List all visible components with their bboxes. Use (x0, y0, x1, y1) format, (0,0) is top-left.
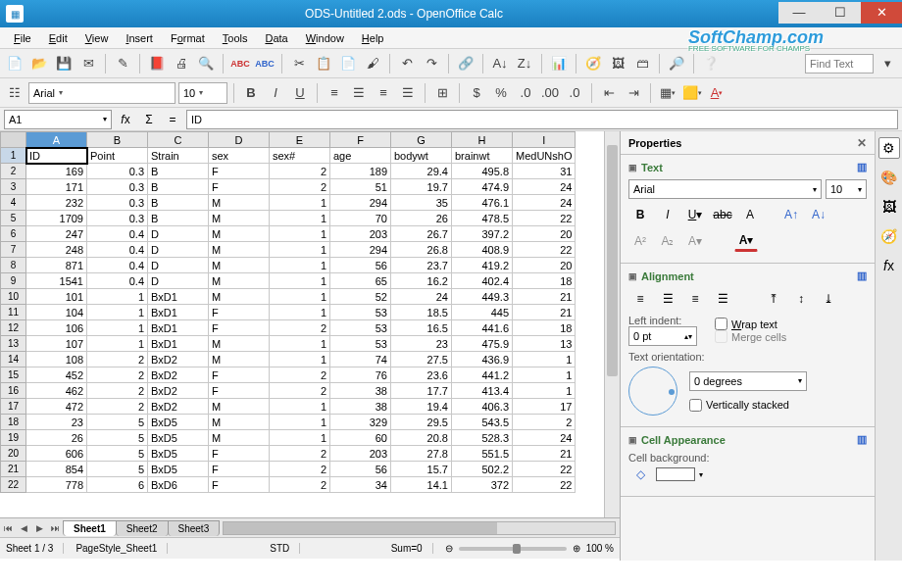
cell-bg-dropdown[interactable]: ▾ (699, 470, 703, 479)
cell[interactable]: 16.5 (391, 320, 452, 336)
cell[interactable]: 106 (26, 320, 87, 336)
strip-properties-icon[interactable]: ⚙ (878, 137, 900, 159)
menu-insert[interactable]: Insert (118, 30, 161, 46)
row-header-6[interactable]: 6 (1, 226, 26, 242)
cell[interactable]: 402.4 (452, 273, 513, 289)
cell[interactable]: 1 (270, 336, 330, 352)
cell[interactable]: 1 (87, 305, 148, 320)
cell[interactable]: M (209, 242, 270, 258)
cell[interactable]: 2 (87, 399, 148, 415)
cell[interactable]: 5 (87, 446, 148, 462)
row-header-1[interactable]: 1 (1, 148, 26, 164)
cell[interactable]: 18 (513, 320, 576, 336)
fontcolor-button[interactable]: A▾ (706, 82, 727, 104)
section-text-header[interactable]: ▣Text▥ (628, 161, 867, 173)
cell[interactable]: 17 (513, 399, 576, 415)
row-header-11[interactable]: 11 (1, 305, 26, 320)
cell[interactable]: 452 (26, 368, 87, 383)
cell[interactable]: 23 (26, 415, 87, 430)
row-header-16[interactable]: 16 (1, 383, 26, 399)
row-header-22[interactable]: 22 (1, 477, 26, 493)
cell[interactable]: 5 (87, 415, 148, 430)
cell[interactable]: 445 (452, 305, 513, 320)
cell[interactable]: 5 (87, 430, 148, 446)
redo-button[interactable]: ↷ (421, 53, 442, 74)
cell[interactable]: B (148, 164, 209, 179)
tab-prev-button[interactable]: ◀ (16, 520, 31, 536)
cell[interactable]: 35 (391, 195, 452, 211)
align-center-button[interactable]: ☰ (348, 82, 370, 104)
cell[interactable]: 0.3 (87, 195, 148, 211)
cell[interactable]: 1709 (26, 211, 87, 226)
cell[interactable]: D (148, 242, 209, 258)
cell[interactable]: F (209, 477, 270, 493)
section-align-header[interactable]: ▣Alignment▥ (628, 270, 867, 282)
cell[interactable]: 2 (270, 179, 330, 195)
cell[interactable]: BxD1 (148, 320, 209, 336)
cell[interactable]: D (148, 273, 209, 289)
cell[interactable]: 329 (330, 415, 391, 430)
cell[interactable]: 2 (513, 415, 576, 430)
cell[interactable]: 372 (452, 477, 513, 493)
tab-last-button[interactable]: ⏭ (47, 520, 63, 536)
cut-button[interactable]: ✂ (288, 53, 310, 74)
sheet-tab-sheet2[interactable]: Sheet2 (116, 520, 169, 536)
cell[interactable]: 528.3 (452, 430, 513, 446)
panel-bold-button[interactable]: B (628, 204, 652, 225)
row-header-10[interactable]: 10 (1, 289, 26, 305)
cell[interactable]: 406.3 (452, 399, 513, 415)
cell[interactable]: 22 (513, 462, 576, 477)
cell[interactable]: 2 (87, 368, 148, 383)
cell[interactable]: 2 (270, 320, 330, 336)
cell[interactable]: 1 (513, 383, 576, 399)
row-header-20[interactable]: 20 (1, 446, 26, 462)
vertical-scrollbar[interactable] (604, 131, 620, 517)
cell[interactable]: 441.6 (452, 320, 513, 336)
cell[interactable]: 53 (330, 305, 391, 320)
autospell-button[interactable]: ABC (254, 53, 276, 74)
panel-grow-button[interactable]: A↑ (779, 204, 803, 225)
row-header-17[interactable]: 17 (1, 399, 26, 415)
cell[interactable]: M (209, 336, 270, 352)
cell[interactable]: 0.4 (87, 226, 148, 242)
fill-icon[interactable]: ◇ (628, 464, 652, 485)
cell[interactable]: 26.8 (391, 242, 452, 258)
cell[interactable]: 19.4 (391, 399, 452, 415)
cell[interactable]: 1 (270, 399, 330, 415)
cell[interactable]: 203 (330, 226, 391, 242)
add-decimal-button[interactable]: .00 (539, 82, 561, 104)
cell[interactable]: 21 (513, 305, 576, 320)
cell[interactable]: 74 (330, 352, 391, 368)
cell[interactable]: age (330, 148, 391, 164)
cell[interactable]: 0.3 (87, 164, 148, 179)
cell[interactable]: B (148, 211, 209, 226)
cell[interactable]: F (209, 446, 270, 462)
cell[interactable]: 51 (330, 179, 391, 195)
cell[interactable]: M (209, 399, 270, 415)
cell[interactable]: F (209, 368, 270, 383)
spreadsheet-grid[interactable]: ABCDEFGHI1IDPointStrainsexsex#agebodywtb… (0, 131, 620, 517)
row-header-14[interactable]: 14 (1, 352, 26, 368)
merge-cells-button[interactable]: ⊞ (431, 82, 453, 104)
minimize-button[interactable]: — (778, 2, 820, 24)
cell-bg-color[interactable] (656, 467, 695, 481)
datasources-button[interactable]: 🗃 (631, 53, 653, 74)
orientation-dial[interactable] (628, 367, 677, 416)
tab-first-button[interactable]: ⏮ (0, 520, 16, 536)
strip-navigator-icon[interactable]: 🧭 (878, 225, 900, 247)
panel-strike-button[interactable]: abc (711, 204, 734, 225)
sheet-tab-sheet3[interactable]: Sheet3 (168, 520, 221, 536)
cell[interactable]: 24 (513, 195, 576, 211)
cell[interactable]: 478.5 (452, 211, 513, 226)
cell[interactable]: 1 (87, 320, 148, 336)
cell[interactable]: F (209, 179, 270, 195)
status-sum[interactable]: Sum=0 (391, 543, 433, 554)
cell[interactable]: 22 (513, 211, 576, 226)
cell[interactable]: M (209, 273, 270, 289)
cell[interactable]: 0.4 (87, 242, 148, 258)
cell[interactable]: 2 (270, 462, 330, 477)
panel-merge-checkbox[interactable]: Merge cells (715, 330, 786, 343)
panel-shrink-button[interactable]: A↓ (807, 204, 830, 225)
cell[interactable]: Strain (148, 148, 209, 164)
cell[interactable]: 15.7 (391, 462, 452, 477)
